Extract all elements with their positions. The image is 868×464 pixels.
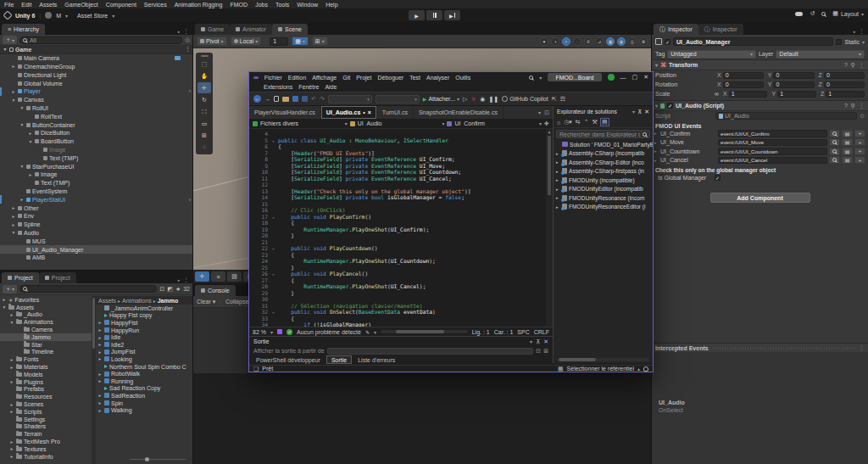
vs-title-bar[interactable]: ∞ FichierEditionAffichageGitProjetDébogu…	[249, 72, 653, 82]
tab-inspector-1[interactable]: ⓘ Inspector	[654, 24, 698, 35]
menu-item-3[interactable]: GameObject	[64, 2, 97, 8]
column-indicator[interactable]: Car. : 1	[494, 329, 514, 335]
code-line[interactable]: [SerializeField] private bool isGlobalMa…	[278, 194, 545, 201]
add-component-button[interactable]: Add Component	[710, 193, 810, 203]
expand-arrow[interactable]: ▸	[28, 172, 33, 177]
help-icon[interactable]: ?	[844, 62, 848, 69]
undo-icon[interactable]: ↶	[311, 96, 316, 103]
vs-search-icon[interactable]	[529, 75, 533, 80]
shading-mode-icon[interactable]: ●	[540, 37, 548, 46]
event-browse-button[interactable]: ▤	[842, 156, 853, 164]
project-folder-item[interactable]: ▸TextMesh Pro	[0, 438, 92, 445]
menu-item-5[interactable]: Services	[144, 2, 167, 8]
vs-menu2-0[interactable]: Extensions	[264, 84, 292, 90]
project-folder-item[interactable]: ▾Animations	[0, 318, 92, 326]
project-file-item[interactable]: Sad Reaction Copy	[96, 385, 192, 393]
presets-icon[interactable]: ⚲	[851, 103, 855, 109]
project-folder-item[interactable]: ▾Assets	[0, 304, 92, 311]
asset-store-button[interactable]: Asset Store	[77, 13, 108, 19]
collapse-all-icon[interactable]: ⌃	[584, 119, 589, 126]
project-file-item[interactable]: ▸HappyFist	[96, 319, 192, 327]
fold-marker[interactable]: ⌄	[270, 309, 276, 316]
type-dropdown[interactable]: UI_Audio▾	[350, 120, 445, 126]
feedback-icon[interactable]: ☶	[560, 96, 565, 103]
code-line[interactable]	[278, 131, 545, 137]
code-line[interactable]: RuntimeManager.PlayOneShot(UI_Cancel);	[278, 283, 545, 290]
project-file-item[interactable]: ▸RobotWalk	[96, 370, 192, 377]
event-path-field[interactable]: event:/UI/UI_Countdown	[718, 148, 827, 155]
expand-arrow[interactable]: ▸	[2, 297, 7, 302]
item-menu-icon[interactable]: ⋮	[185, 46, 191, 53]
pin-icon[interactable]: ⊼	[637, 109, 642, 115]
code-line[interactable]: // Sélection (navigation clavier/manette…	[278, 303, 545, 310]
document-tab[interactable]: UI_Audio.cs•×	[321, 106, 377, 119]
code-line[interactable]: {	[278, 143, 545, 150]
event-search-button[interactable]	[829, 148, 840, 155]
tab-inspector-2[interactable]: ⓘ Inspector	[698, 24, 743, 35]
save-icon[interactable]	[292, 96, 298, 102]
vector-field[interactable]: 0	[773, 81, 814, 88]
add-view-icon[interactable]: ✚	[544, 120, 549, 127]
fold-marker[interactable]: ⌄	[270, 137, 276, 144]
hierarchy-item[interactable]: ▾Game⋮	[0, 46, 192, 54]
gizmos-dropdown-icon[interactable]: ⊕	[639, 37, 648, 46]
vector-field[interactable]: 1	[777, 91, 816, 98]
expand-arrow[interactable]: ▸	[654, 131, 659, 136]
vs-menu-7[interactable]: Analyser	[426, 75, 449, 81]
expand-arrow[interactable]: ▾	[19, 105, 25, 110]
menu-item-0[interactable]: File	[4, 2, 14, 8]
code-line[interactable]: }	[278, 232, 545, 239]
kebab-menu-icon[interactable]: ⋮	[859, 344, 865, 351]
menu-item-4[interactable]: Component	[106, 2, 136, 8]
member-dropdown[interactable]: UI_Confirm▾	[447, 120, 542, 126]
hierarchy-item[interactable]: Image	[0, 146, 192, 154]
expand-arrow[interactable]: ▸	[28, 131, 33, 136]
project-file-item[interactable]: ▸SadReaction	[96, 392, 192, 400]
attach-button[interactable]: ▶ Attacher... ▾	[423, 96, 459, 102]
hierarchy-item[interactable]: ▾Canvas	[0, 96, 192, 104]
expand-arrow[interactable]: ▸	[654, 140, 659, 145]
space-mode-indicator[interactable]: SPC	[517, 329, 529, 335]
vector-field[interactable]: 0	[824, 81, 865, 88]
navigate-back-icon[interactable]: ←	[253, 95, 261, 103]
breadcrumb-item[interactable]: Jammo	[158, 298, 179, 304]
hierarchy-item[interactable]: ▸DiceButton	[0, 129, 192, 137]
expand-arrow[interactable]: ▸	[97, 349, 103, 355]
tab-options-icon[interactable]: ⊡	[544, 109, 549, 116]
project-folder-item[interactable]: ▸Scripts	[0, 408, 92, 416]
event-path-field[interactable]: event:/UI/UI_Cancel	[718, 157, 827, 165]
expand-arrow[interactable]: ▸	[97, 372, 103, 377]
document-tab[interactable]: TurnUI.cs	[377, 106, 414, 119]
project-file-item[interactable]: _JammoAnimController	[96, 305, 192, 312]
vector-field[interactable]: 1	[826, 91, 865, 98]
panel-chevron-icon[interactable]: ▾	[632, 109, 635, 115]
component-enabled-checkbox[interactable]: ✓	[667, 103, 673, 109]
code-line[interactable]: public void PlayConfirm()	[278, 214, 545, 221]
new-file-icon[interactable]	[274, 96, 279, 102]
breadcrumb-item[interactable]: Animations	[122, 298, 152, 304]
pivot-dropdown[interactable]: Pivot▾	[197, 36, 227, 46]
object-picker-icon[interactable]: ⊙	[860, 113, 865, 120]
move-tool-icon[interactable]: ✛	[198, 82, 211, 93]
tab-hierarchy[interactable]: ≡ Hierarchy	[2, 24, 45, 35]
vs-menu2-1[interactable]: Fenêtre	[298, 84, 319, 90]
paint-tool-icon[interactable]: ▨	[227, 271, 242, 282]
close-icon[interactable]: ✕	[644, 109, 649, 115]
prefab-open-arrow[interactable]: ›	[189, 88, 191, 94]
code-line[interactable]: {	[278, 316, 545, 322]
expand-arrow[interactable]: ▸	[9, 454, 14, 459]
expand-arrow[interactable]: ▸	[9, 446, 14, 451]
line-ending-indicator[interactable]: CRLF	[534, 329, 549, 335]
expand-arrow[interactable]: ▸	[19, 197, 25, 202]
hierarchy-item[interactable]: Global Volume	[0, 79, 192, 87]
code-line[interactable]: public void OnSelect(BaseEventData event…	[278, 309, 545, 316]
switch-views-icon[interactable]: ⌂	[557, 120, 560, 126]
project-folder-item[interactable]: Models	[0, 371, 92, 378]
output-source-dropdown[interactable]	[327, 348, 534, 355]
expand-arrow[interactable]: ▸	[11, 89, 16, 94]
menu-item-7[interactable]: FMOD	[231, 2, 248, 8]
code-line[interactable]	[278, 296, 545, 303]
tab-project-2[interactable]: Project	[39, 272, 76, 283]
pin-icon[interactable]: ⊼	[536, 338, 540, 345]
sync-icon[interactable]: ⇆	[576, 119, 581, 126]
